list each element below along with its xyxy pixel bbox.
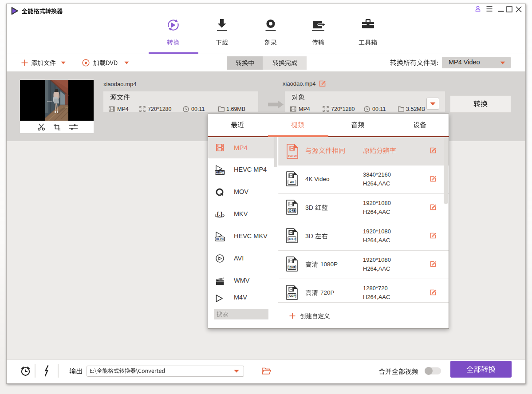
svg-text:1080P: 1080P [288, 265, 296, 269]
svg-text:720P: 720P [288, 294, 296, 298]
svg-text:3D LR: 3D LR [288, 237, 296, 241]
svg-text:HEVC: HEVC [216, 237, 224, 240]
svg-text:4K: 4K [290, 180, 294, 184]
svg-text:3D RB: 3D RB [288, 209, 296, 213]
svg-text:HEVC: HEVC [216, 171, 224, 174]
svg-text:{.}: {.} [217, 210, 223, 217]
svg-text:source: source [288, 154, 297, 158]
